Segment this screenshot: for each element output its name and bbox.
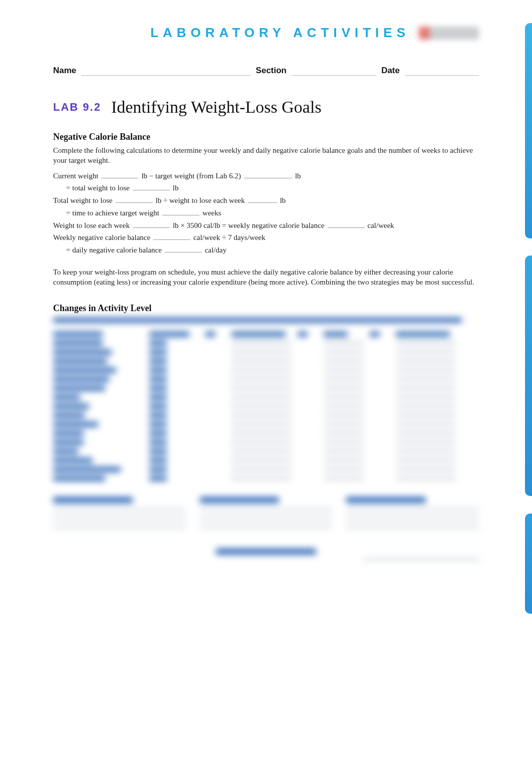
table-row bbox=[53, 413, 479, 418]
calc-text: lb ÷ weight to lose each week bbox=[156, 195, 245, 206]
calc-text: lb bbox=[280, 195, 286, 206]
table-row bbox=[53, 350, 479, 355]
calc-text: = time to achieve target weight bbox=[66, 208, 159, 219]
table-row bbox=[53, 404, 479, 409]
table-row bbox=[53, 359, 479, 364]
name-field[interactable] bbox=[81, 67, 250, 76]
blurred-content-region bbox=[53, 318, 479, 560]
laboratory-activities-title: LABORATORY ACTIVITIES bbox=[150, 25, 410, 41]
table-row bbox=[53, 431, 479, 436]
input-daily-balance[interactable] bbox=[165, 245, 202, 252]
calc-text: lb bbox=[295, 171, 301, 182]
table-row bbox=[53, 458, 479, 463]
brand-logo bbox=[419, 27, 479, 40]
calc-text: Total weight to lose bbox=[53, 195, 113, 206]
table-row bbox=[53, 377, 479, 382]
table-header-row bbox=[53, 332, 479, 337]
section-heading-activity-level: Changes in Activity Level bbox=[53, 303, 479, 314]
calc-text: lb bbox=[173, 183, 179, 194]
table-row bbox=[53, 395, 479, 400]
summary-row bbox=[53, 497, 479, 535]
input-per-week[interactable] bbox=[248, 196, 277, 203]
total-field bbox=[364, 559, 479, 560]
name-label: Name bbox=[53, 66, 76, 76]
table-row bbox=[53, 422, 479, 427]
date-label: Date bbox=[381, 66, 400, 76]
section-field[interactable] bbox=[292, 67, 376, 76]
input-weekly-balance[interactable] bbox=[328, 221, 365, 228]
page-header: LABORATORY ACTIVITIES bbox=[53, 25, 479, 41]
section-label: Section bbox=[256, 66, 287, 76]
input-time-weeks[interactable] bbox=[162, 208, 199, 215]
lab-heading: LAB 9.2 Identifying Weight-Loss Goals bbox=[53, 98, 479, 117]
student-info-row: Name Section Date bbox=[53, 66, 479, 76]
table-row bbox=[53, 341, 479, 346]
table-row bbox=[53, 368, 479, 373]
calc-text: cal/week ÷ 7 days/week bbox=[193, 232, 265, 243]
input-weekly-balance-2[interactable] bbox=[153, 233, 190, 240]
table-row bbox=[53, 440, 479, 445]
total-label bbox=[216, 549, 316, 555]
input-per-week-2[interactable] bbox=[133, 221, 170, 228]
calc-text: Weight to lose each week bbox=[53, 220, 130, 231]
section-heading-negative-balance: Negative Calorie Balance bbox=[53, 132, 479, 142]
table-row bbox=[53, 476, 479, 481]
table-row bbox=[53, 467, 479, 472]
table-row bbox=[53, 386, 479, 391]
calc-text: weeks bbox=[202, 208, 221, 219]
calc-text: cal/week bbox=[368, 220, 394, 231]
lab-number: LAB 9.2 bbox=[53, 101, 101, 113]
intro-paragraph: Complete the following calculations to d… bbox=[53, 145, 479, 166]
calc-text: = total weight to lose bbox=[66, 183, 130, 194]
table-row bbox=[53, 449, 479, 454]
calc-text: cal/day bbox=[205, 245, 226, 256]
input-target-weight[interactable] bbox=[244, 171, 292, 178]
calculation-block: Current weight lb − target weight (from … bbox=[53, 171, 479, 256]
calc-text: = daily negative calorie balance bbox=[66, 245, 162, 256]
lab-title: Identifying Weight-Loss Goals bbox=[111, 98, 322, 116]
date-field[interactable] bbox=[405, 67, 479, 76]
calc-text: Weekly negative calorie balance bbox=[53, 232, 150, 243]
input-total-to-lose-2[interactable] bbox=[116, 196, 153, 203]
outro-paragraph: To keep your weight-loss program on sche… bbox=[53, 267, 479, 288]
input-total-to-lose[interactable] bbox=[133, 183, 170, 190]
input-current-weight[interactable] bbox=[101, 171, 138, 178]
calc-text: Current weight bbox=[53, 171, 98, 182]
calc-text: lb − target weight (from Lab 6.2) bbox=[141, 171, 241, 182]
calc-text: lb × 3500 cal/lb = weekly negative calor… bbox=[173, 220, 325, 231]
